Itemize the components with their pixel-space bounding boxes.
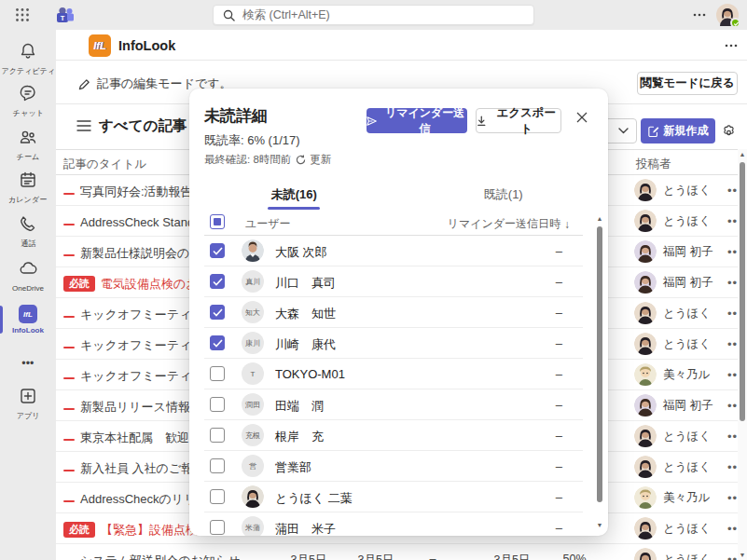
user-avatar: T xyxy=(242,362,264,385)
user-row[interactable]: 営 営業部 – xyxy=(204,451,583,482)
chevron-down-icon xyxy=(618,128,629,134)
user-row[interactable]: 潤田 田端 潤 – xyxy=(204,389,583,420)
search-input[interactable]: 検索 (Ctrl+Alt+E) xyxy=(213,5,534,25)
user-checkbox[interactable] xyxy=(210,243,225,258)
user-row[interactable]: 大阪 次郎 – xyxy=(204,236,583,266)
back-to-view-mode-button[interactable]: 閲覧モードに戻る xyxy=(637,72,738,95)
presence-available-badge xyxy=(730,18,740,28)
sidebar-item-more[interactable]: ••• xyxy=(0,341,56,384)
poster-avatar xyxy=(634,486,657,509)
poster-avatar xyxy=(634,302,657,324)
apps-icon xyxy=(19,387,37,409)
poster-name: とうほく xyxy=(663,183,721,198)
column-header-poster[interactable]: 投稿者 xyxy=(636,157,671,172)
modal-scroll-up-arrow[interactable]: ▲ xyxy=(594,215,605,222)
reminder-sent-value: – xyxy=(556,336,562,350)
user-row[interactable]: 真川 川口 真司 – xyxy=(204,266,583,297)
must-read-badge xyxy=(63,439,75,441)
reminder-sent-value: – xyxy=(556,306,562,320)
user-checkbox[interactable] xyxy=(210,489,225,504)
tab-unread[interactable]: 未読(16) xyxy=(189,182,399,210)
scroll-up-arrow[interactable]: ▲ xyxy=(738,151,747,157)
user-row[interactable]: T TOKYO-M01 – xyxy=(204,359,583,389)
user-name: 蒲田 米子 xyxy=(275,521,336,536)
poster-avatar xyxy=(634,548,657,560)
sidebar-item-アプリ[interactable]: アプリ xyxy=(0,383,56,426)
poster-name: とうほく xyxy=(663,521,721,537)
chat-icon xyxy=(19,84,37,106)
sidebar-item-通話[interactable]: 通話 xyxy=(0,211,56,253)
user-name: 川崎 康代 xyxy=(275,336,336,353)
article-cell-value: 3月5日 xyxy=(358,553,394,560)
modal-scrollbar[interactable]: ▲ ▼ xyxy=(594,213,605,530)
poster-avatar xyxy=(634,394,657,417)
close-icon[interactable] xyxy=(571,106,593,129)
read-rate: 既読率: 6% (1/17) xyxy=(204,132,300,149)
titlebar-more-button[interactable] xyxy=(688,4,711,26)
poster-avatar xyxy=(634,240,657,263)
must-read-badge: 必読 xyxy=(63,276,95,292)
article-title: 写真同好会:活動報告 xyxy=(63,184,193,200)
sidebar-item-InfoLook[interactable]: IfL InfoLook xyxy=(0,298,56,341)
sidebar-item-label: ••• xyxy=(22,356,35,369)
user-name: TOKYO-M01 xyxy=(275,367,345,381)
user-checkbox[interactable] xyxy=(210,520,225,535)
user-row[interactable]: 米蒲 蒲田 米子 – xyxy=(204,512,583,536)
hamburger-menu-icon[interactable] xyxy=(76,119,91,132)
must-read-badge: 必読 xyxy=(63,522,95,538)
sidebar-item-label: チーム xyxy=(17,152,40,162)
reminder-sent-value: – xyxy=(556,429,562,443)
user-avatar[interactable] xyxy=(716,4,739,26)
sidebar-item-OneDrive[interactable]: OneDrive xyxy=(0,254,56,297)
must-read-badge xyxy=(63,316,75,318)
user-row[interactable]: 康川 川崎 康代 – xyxy=(204,328,583,359)
scroll-down-arrow[interactable]: ▼ xyxy=(738,552,747,558)
article-row[interactable]: システム部送別会のお知らせ とうほく ••• 3月5日3月5日–3月5日50% xyxy=(56,544,740,560)
calendar-icon xyxy=(19,171,37,193)
user-row[interactable]: 知大 大森 知世 – xyxy=(204,297,583,328)
user-checkbox[interactable] xyxy=(210,397,225,412)
poster-avatar xyxy=(634,210,657,232)
waffle-icon[interactable] xyxy=(15,7,30,22)
refresh-button[interactable]: 更新 xyxy=(296,153,331,167)
poster-name: 美々乃ル xyxy=(663,367,721,383)
select-all-checkbox[interactable] xyxy=(210,214,225,229)
user-checkbox[interactable] xyxy=(210,335,225,350)
sidebar-item-label: アクティビティ xyxy=(1,66,55,76)
sidebar-item-カレンダー[interactable]: カレンダー xyxy=(0,167,56,210)
user-checkbox[interactable] xyxy=(210,366,225,381)
user-name: 田端 潤 xyxy=(275,398,324,415)
sidebar-item-チーム[interactable]: チーム xyxy=(0,124,56,167)
user-avatar: 真川 xyxy=(242,270,264,293)
download-icon xyxy=(477,116,487,127)
scrollbar-thumb[interactable] xyxy=(740,162,745,421)
create-new-button[interactable]: 新規作成 xyxy=(641,118,715,143)
user-row[interactable]: 充根 根岸 充 – xyxy=(204,420,583,451)
sidebar-item-チャット[interactable]: チャット xyxy=(0,80,56,123)
article-cell-value: 3月5日 xyxy=(494,553,531,560)
tab-read[interactable]: 既読(1) xyxy=(399,182,609,210)
sidebar-item-label: チャット xyxy=(12,108,43,118)
modal-scrollbar-thumb[interactable] xyxy=(597,226,602,502)
user-checkbox[interactable] xyxy=(210,305,225,320)
main-scrollbar[interactable]: ▲ ▼ xyxy=(738,149,747,560)
poster-avatar xyxy=(634,425,657,447)
app-header-more-button[interactable] xyxy=(720,34,742,57)
article-cell-value: – xyxy=(430,553,436,560)
send-reminder-button[interactable]: リマインダー送信 xyxy=(367,108,467,133)
article-title: 新製品リリース情報 xyxy=(63,399,190,416)
user-row[interactable]: とうほく 二葉 – xyxy=(204,482,583,512)
column-header-reminder[interactable]: リマインダー送信日時↓ xyxy=(448,216,570,232)
modal-scroll-down-arrow[interactable]: ▼ xyxy=(594,522,605,528)
user-checkbox[interactable] xyxy=(210,274,225,289)
reminder-sent-value: – xyxy=(556,367,562,381)
export-button[interactable]: エクスポート xyxy=(476,108,561,133)
column-header-title[interactable]: 記事のタイトル xyxy=(63,157,146,172)
sidebar-item-label: 通話 xyxy=(21,239,35,249)
user-checkbox[interactable] xyxy=(210,428,225,443)
bell-icon xyxy=(19,42,37,64)
settings-gear-icon[interactable] xyxy=(716,118,740,143)
user-checkbox[interactable] xyxy=(210,458,225,473)
article-cell-value: 3月5日 xyxy=(291,553,327,560)
sidebar-item-アクティビティ[interactable]: アクティビティ xyxy=(0,38,56,81)
